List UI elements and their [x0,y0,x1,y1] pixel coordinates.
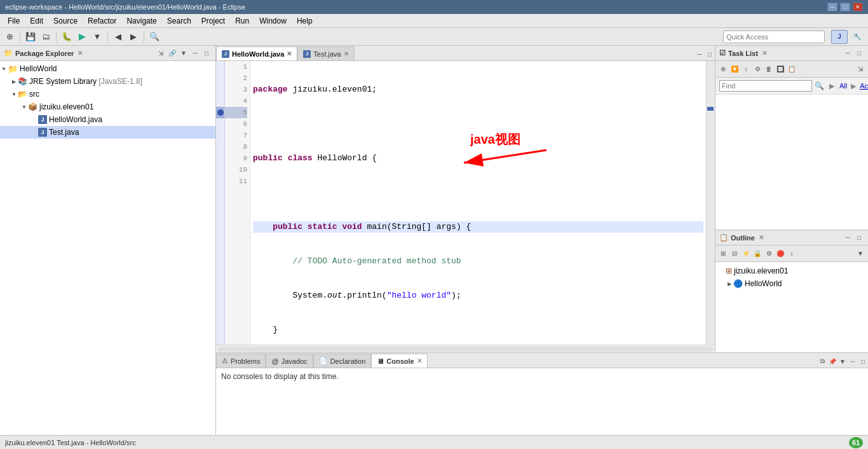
explorer-minimize[interactable]: ─ [190,48,200,59]
tree-label-jre: JRE System Library [JavaSE-1.8] [29,77,142,86]
run-dropdown[interactable]: ▼ [90,30,104,44]
tab-test-java[interactable]: J Test.java ✕ [297,46,354,60]
close-button[interactable]: ✕ [853,3,863,11]
tree-item-helloworld-java[interactable]: ▶ J HelloWorld.java [0,113,215,126]
outline-btn4[interactable]: 🔒 [752,249,763,259]
task-filter-button[interactable]: 🔽 [729,64,740,74]
outline-btn3[interactable]: ⚡ [741,249,751,259]
tree-label-test-java: Test.java [49,128,79,137]
console-pin[interactable]: 📌 [827,356,837,366]
tab-problems[interactable]: ⚠ Problems [216,354,266,368]
task-settings-button[interactable]: ⚙ [752,64,763,74]
code-editor[interactable]: package jizuiku.eleven01; public class H… [250,61,706,345]
center-top-area: J HelloWorld.java ✕ J Test.java ✕ ─ □ [216,46,868,352]
search-button[interactable]: 🔍 [147,30,161,44]
problems-label: Problems [231,357,260,365]
debug-button[interactable]: 🐛 [60,30,74,44]
tree-item-package[interactable]: ▼ 📦 jizuiku.eleven01 [0,100,215,113]
task-collapse[interactable]: ⇲ [855,64,865,74]
task-find-input[interactable] [719,80,812,92]
editor-maximize[interactable]: □ [705,49,715,59]
collapse-all-button[interactable]: ⇲ [156,48,166,59]
outline-title: 📋 Outline ✕ [719,233,764,242]
outline-item-package[interactable]: ⊞ jizuiku.eleven01 [715,265,868,277]
status-text: jizuiku.eleven01 Test.java - HelloWorld/… [5,439,136,446]
arrow-sep: ▶ [851,82,856,90]
menu-project[interactable]: Project [196,15,230,27]
menu-window[interactable]: Window [254,15,292,27]
outline-header: 📋 Outline ✕ ─ □ [715,230,868,245]
task-list-close-icon[interactable]: ✕ [762,50,767,57]
bottom-tabs: ⚠ Problems @ Javadoc 📄 Declaration 🖥 Con… [216,353,868,368]
outline-minimize[interactable]: ─ [843,233,853,243]
save-all-button[interactable]: 🗂 [39,30,53,44]
task-btn2[interactable]: 🔲 [775,64,785,74]
menu-search[interactable]: Search [162,15,196,27]
save-button[interactable]: 💾 [24,30,37,44]
console-newwin[interactable]: ⧉ [817,356,827,366]
console-maximize[interactable]: □ [858,356,868,366]
perspective-java-button[interactable]: J [831,30,848,44]
outline-btn1[interactable]: ⊞ [718,249,728,259]
center-right-area: J HelloWorld.java ✕ J Test.java ✕ ─ □ [216,46,868,435]
maximize-button[interactable]: □ [840,3,850,11]
tree-item-helloworld[interactable]: ▼ 📁 HelloWorld [0,62,215,75]
tab-test-close[interactable]: ✕ [344,50,349,57]
console-minimize[interactable]: ─ [848,356,858,366]
outline-close-icon[interactable]: ✕ [759,234,764,241]
package-explorer-close-icon[interactable]: ✕ [78,50,83,57]
tree-item-jre[interactable]: ▶ 📚 JRE System Library [JavaSE-1.8] [0,75,215,88]
task-maximize[interactable]: □ [854,48,864,59]
menu-source[interactable]: Source [48,15,83,27]
task-new-button[interactable]: ⊕ [718,64,728,74]
link-editor-button[interactable]: 🔗 [167,48,177,59]
task-btn3[interactable]: 📋 [787,64,797,74]
tab-javadoc[interactable]: @ Javadoc [266,354,313,368]
quick-access-input[interactable] [723,31,825,43]
outline-btn5[interactable]: ⚙ [764,249,774,259]
editor-content: 1 2 3 4 5 6 7 8 9 10 11 [216,61,715,345]
run-button[interactable]: ▶ [75,30,89,44]
task-minimize[interactable]: ─ [843,48,853,59]
minimize-button[interactable]: ─ [827,3,837,11]
editor-hscrollbar[interactable] [216,345,715,352]
tab-helloworld-java[interactable]: J HelloWorld.java ✕ [216,46,297,60]
perspective-debug-button[interactable]: 🔧 [849,30,865,44]
javadoc-icon: @ [271,357,278,365]
explorer-view-menu[interactable]: ▼ [179,48,189,59]
code-line-5: public static void main(String[] args) { [253,221,703,233]
new-button[interactable]: ⊕ [3,30,17,44]
menu-help[interactable]: Help [292,15,318,27]
all-link[interactable]: All [839,82,847,90]
outline-btn6[interactable]: 🔴 [775,249,785,259]
activate-link[interactable]: Activate... [860,82,868,90]
outline-btn7[interactable]: ↕ [787,249,797,259]
menu-edit[interactable]: Edit [25,15,48,27]
outline-maximize[interactable]: □ [854,233,864,243]
outline-btn2[interactable]: ⊟ [729,249,740,259]
editor-minimize[interactable]: ─ [695,49,705,59]
console-viewmenu[interactable]: ▼ [837,356,848,366]
outline-item-class[interactable]: ▶ 🔵 HelloWorld [715,277,868,290]
menu-run[interactable]: Run [230,15,254,27]
task-sort-button[interactable]: ↕ [741,64,751,74]
bottom-content: No consoles to display at this time. [216,368,868,435]
explorer-maximize[interactable]: □ [201,48,212,59]
tab-declaration[interactable]: 📄 Declaration [313,354,372,368]
forward-button[interactable]: ▶ [126,30,140,44]
back-button[interactable]: ◀ [111,30,125,44]
tab-helloworld-close[interactable]: ✕ [287,50,292,57]
tree-item-src[interactable]: ▼ 📂 src [0,88,215,100]
main-area: 📁 Package Explorer ✕ ⇲ 🔗 ▼ ─ □ ▼ 📁 Hel [0,46,868,449]
task-delete-button[interactable]: 🗑 [764,64,774,74]
outline-viewmenu[interactable]: ▼ [855,249,865,259]
menu-navigate[interactable]: Navigate [121,15,161,27]
menu-file[interactable]: File [3,15,25,27]
declaration-icon: 📄 [319,357,328,365]
console-close-icon[interactable]: ✕ [417,357,422,364]
pipe-separator: ▶ [829,82,834,90]
menu-refactor[interactable]: Refactor [83,15,121,27]
tree-item-test-java[interactable]: ▶ J Test.java [0,126,215,139]
task-content [715,95,868,230]
tab-console[interactable]: 🖥 Console ✕ [371,354,427,368]
